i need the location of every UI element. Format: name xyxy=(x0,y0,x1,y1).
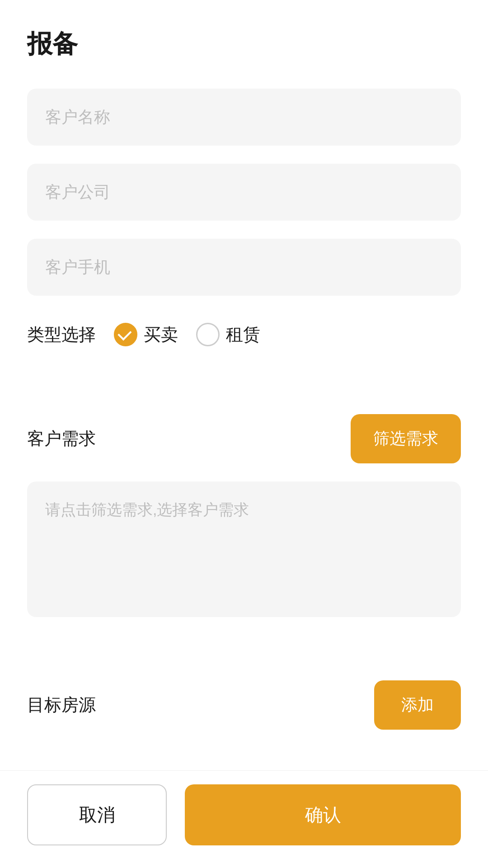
filter-button[interactable]: 筛选需求 xyxy=(351,414,461,463)
target-label: 目标房源 xyxy=(27,693,96,717)
add-button[interactable]: 添加 xyxy=(374,680,461,730)
customer-phone-input[interactable] xyxy=(27,239,461,296)
radio-label-rental: 租赁 xyxy=(226,323,260,346)
target-section-row: 目标房源 添加 xyxy=(27,680,461,730)
radio-options: 买卖 租赁 xyxy=(114,323,260,346)
type-selection-row: 类型选择 买卖 租赁 xyxy=(27,314,461,355)
demand-section-row: 客户需求 筛选需求 xyxy=(27,414,461,463)
type-label: 类型选择 xyxy=(27,323,96,346)
radio-circle-rental xyxy=(196,323,220,346)
radio-option-buy-sell[interactable]: 买卖 xyxy=(114,323,178,346)
cancel-button[interactable]: 取消 xyxy=(27,784,167,845)
bottom-bar: 取消 确认 xyxy=(0,770,488,868)
customer-company-input[interactable] xyxy=(27,164,461,221)
demand-label: 客户需求 xyxy=(27,427,96,450)
page-title: 报备 xyxy=(27,27,461,61)
form-section: 类型选择 买卖 租赁 客户需求 筛选需求 目标房源 xyxy=(27,89,461,778)
spacer1 xyxy=(27,373,461,392)
spacer2 xyxy=(27,635,461,653)
radio-circle-buy-sell xyxy=(114,323,137,346)
confirm-button[interactable]: 确认 xyxy=(185,784,461,845)
customer-name-input[interactable] xyxy=(27,89,461,146)
radio-label-buy-sell: 买卖 xyxy=(144,323,178,346)
demand-textarea[interactable] xyxy=(27,481,461,617)
page-container: 报备 类型选择 买卖 租赁 xyxy=(0,0,488,868)
radio-option-rental[interactable]: 租赁 xyxy=(196,323,260,346)
